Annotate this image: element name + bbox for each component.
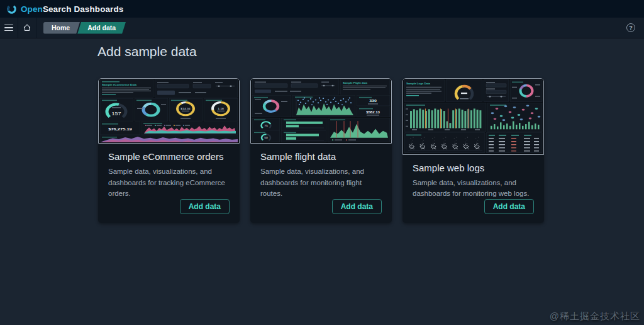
flights-total-flights-value: 330 (369, 99, 377, 103)
ecommerce-preview-heading: Sample eCommerce Data (102, 84, 137, 86)
ecommerce-revenue-metric: $76,275.19 (108, 127, 132, 132)
card-body: Sample eCommerce orders Sample data, vis… (98, 144, 240, 223)
ecommerce-markdown-panel: Sample eCommerce Data (100, 80, 153, 98)
ecommerce-dashboard-preview: Sample eCommerce Data (98, 78, 240, 144)
ecommerce-donut-panel (135, 98, 168, 121)
web-logs-preview-heading: Sample Logs Data (406, 82, 431, 85)
menu-button[interactable] (0, 18, 18, 38)
card-description-flights: Sample data, visualizations, and dashboa… (260, 166, 382, 199)
ecommerce-gauge-value: 157 (112, 111, 122, 117)
card-title-flights: Sample flight data (260, 151, 382, 162)
flights-gauge1-panel: 75 (252, 118, 280, 130)
home-button[interactable] (18, 18, 36, 38)
card-sample-ecommerce: Sample eCommerce Data (98, 78, 240, 223)
add-data-button-flights[interactable]: Add data (332, 199, 382, 214)
ecommerce-bottom-area-panel (100, 136, 238, 142)
flights-controls-panel (252, 80, 339, 94)
card-title-web-logs: Sample web logs (413, 162, 534, 173)
flights-preview-heading: Sample Flight data (343, 81, 368, 84)
question-icon: ? (626, 23, 635, 32)
flights-hbar1-panel (281, 118, 326, 130)
web-logs-preview-image: Sample Logs Data (403, 79, 543, 154)
help-button[interactable]: ? (626, 23, 635, 32)
flights-total-flights-panel: 330 (357, 96, 390, 106)
watermark: @稀土掘金技术社区 (550, 311, 640, 322)
home-icon (23, 23, 31, 32)
flights-hbar2-panel (281, 131, 326, 142)
brand-open: Open (21, 4, 43, 14)
breadcrumb-home[interactable]: Home (43, 22, 80, 34)
card-body: Sample web logs Sample data, visualizati… (402, 155, 544, 224)
card-footer: Add data (413, 199, 534, 214)
ecommerce-area-chart-panel (142, 122, 238, 135)
card-sample-flights: Sample Flight data (250, 78, 392, 223)
brand-rest: Search Dashboards (43, 4, 124, 14)
sample-data-cards: Sample eCommerce Data (98, 78, 544, 223)
ecommerce-ring1-value: $14.56 (180, 107, 191, 110)
web-logs-table-panel (486, 133, 542, 153)
ecommerce-preview-image: Sample eCommerce Data (99, 79, 239, 143)
card-sample-web-logs: Sample Logs Data (402, 78, 544, 223)
web-logs-gauge-panel (446, 80, 482, 105)
web-logs-heatmap-panel (487, 103, 542, 132)
flights-avg-ticket-value: $582.13 (366, 111, 380, 114)
add-data-button-web-logs[interactable]: Add data (484, 199, 534, 214)
flights-preview-image: Sample Flight data (251, 79, 391, 143)
nav-bar: Home Add data ? (0, 18, 644, 38)
card-footer: Add data (108, 199, 230, 214)
card-title-ecommerce: Sample eCommerce orders (108, 151, 230, 162)
card-description-web-logs: Sample data, visualizations, and dashboa… (413, 178, 534, 200)
ecommerce-metric-panel: $76,275.19 (100, 122, 140, 135)
app-brand: OpenSearch Dashboards (21, 4, 123, 14)
breadcrumb-add-data[interactable]: Add data (77, 22, 126, 34)
flights-gauge1-value: 75 (264, 124, 268, 127)
web-logs-scatter-panel (404, 133, 485, 153)
ecommerce-ring2-panel: 1.18 (204, 98, 238, 121)
web-logs-dashboard-preview: Sample Logs Data (402, 78, 544, 155)
hamburger-icon (4, 25, 13, 31)
flights-dashboard-preview: Sample Flight data (250, 78, 392, 144)
page-title: Add sample data (97, 44, 197, 59)
ecommerce-ring2-value: 1.18 (218, 107, 224, 110)
flights-avg-ticket-panel: $582.13 (357, 106, 390, 117)
flights-scatter-area-panel (292, 96, 355, 117)
flights-gauge2-value: 50 (264, 137, 268, 139)
flights-markdown-panel: Sample Flight data (340, 80, 390, 94)
web-logs-controls-panel (484, 80, 509, 102)
web-logs-markdown-panel: Sample Logs Data (404, 80, 445, 102)
breadcrumb: Home Add data (43, 22, 126, 34)
card-body: Sample flight data Sample data, visualiz… (250, 144, 392, 223)
flights-delay-area-panel (328, 118, 390, 142)
card-footer: Add data (260, 199, 382, 214)
app-header: OpenSearch Dashboards (0, 0, 644, 18)
ecommerce-gauge-panel: 157 (100, 98, 133, 122)
flights-gauge2-panel: 50 (252, 131, 280, 143)
flights-donut-panel (252, 96, 291, 117)
add-data-button-ecommerce[interactable]: Add data (180, 199, 230, 214)
web-logs-donut-panel (510, 80, 542, 102)
ecommerce-ring1-panel: $14.56 (169, 98, 203, 121)
opensearch-logo-icon (6, 4, 17, 14)
card-description-ecommerce: Sample data, visualizations, and dashboa… (108, 166, 230, 199)
ecommerce-controls-panel (155, 80, 238, 98)
web-logs-visitors-chart-panel (404, 103, 486, 132)
